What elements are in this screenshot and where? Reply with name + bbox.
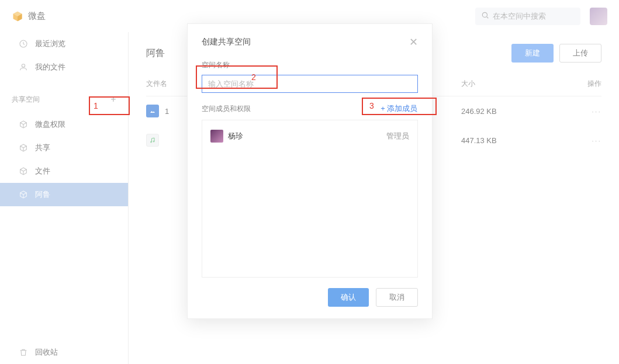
modal-overlay: 创建共享空间 ✕ 空间名称 空间成员和权限 + 添加成员 杨珍 管理员 确认 取…	[0, 0, 619, 364]
member-name: 杨珍	[228, 131, 386, 141]
member-list: 杨珍 管理员	[202, 120, 418, 278]
cancel-button[interactable]: 取消	[376, 288, 418, 307]
name-label: 空间名称	[202, 60, 418, 70]
confirm-button[interactable]: 确认	[328, 288, 369, 307]
member-avatar	[210, 130, 223, 143]
member-row: 杨珍 管理员	[208, 126, 411, 146]
close-icon[interactable]: ✕	[409, 36, 418, 48]
add-member-button[interactable]: + 添加成员	[381, 103, 417, 114]
modal-title: 创建共享空间	[202, 37, 251, 47]
member-label: 空间成员和权限	[202, 104, 251, 114]
space-name-input[interactable]	[202, 75, 418, 93]
create-space-modal: 创建共享空间 ✕ 空间名称 空间成员和权限 + 添加成员 杨珍 管理员 确认 取…	[187, 23, 433, 319]
member-role: 管理员	[386, 131, 409, 141]
